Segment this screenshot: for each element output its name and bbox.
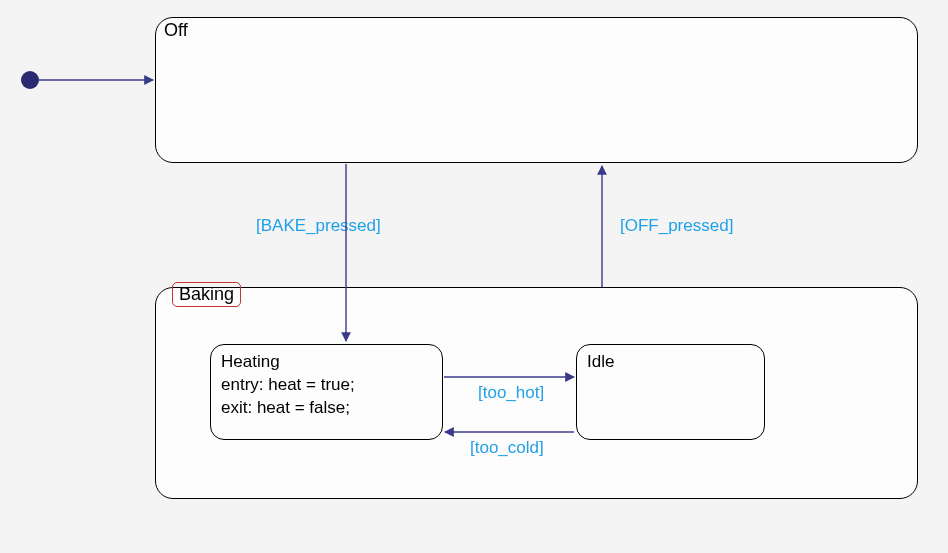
substate-heating-title: Heating	[221, 351, 432, 374]
transition-bake-pressed-label: [BAKE_pressed]	[256, 216, 381, 236]
substate-idle-title: Idle	[587, 351, 754, 374]
state-baking-title: Baking	[172, 282, 241, 307]
state-diagram-canvas: Off Baking Heating entry: heat = true; e…	[0, 0, 948, 553]
initial-pseudostate-icon	[21, 71, 39, 89]
state-off-title: Off	[164, 20, 188, 41]
transition-too-cold-label: [too_cold]	[470, 438, 544, 458]
transition-too-hot-label: [too_hot]	[478, 383, 544, 403]
substate-heating-entry: entry: heat = true;	[221, 374, 432, 397]
substate-heating-exit: exit: heat = false;	[221, 397, 432, 420]
transition-off-pressed-label: [OFF_pressed]	[620, 216, 733, 236]
substate-heating[interactable]: Heating entry: heat = true; exit: heat =…	[210, 344, 443, 440]
substate-idle[interactable]: Idle	[576, 344, 765, 440]
state-off[interactable]: Off	[155, 17, 918, 163]
